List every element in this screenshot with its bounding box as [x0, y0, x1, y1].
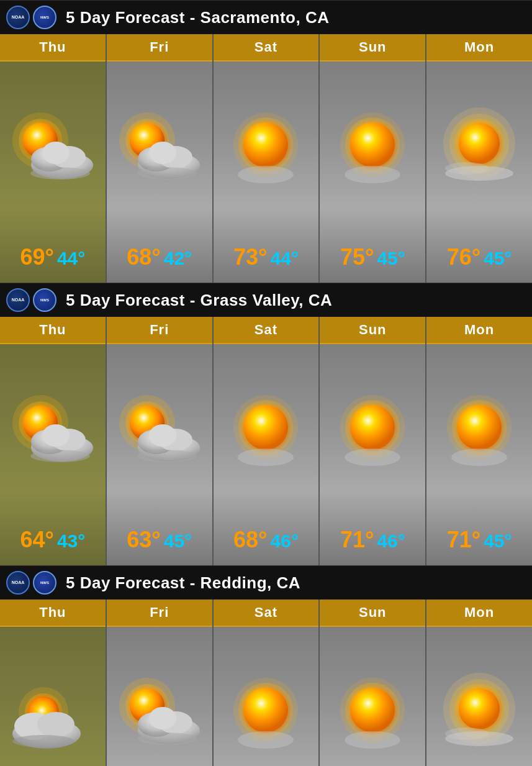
temp-low-1-2: 46°: [271, 531, 299, 552]
day-col-1-4: Mon 71° 45°: [426, 317, 532, 565]
svg-point-45: [137, 450, 197, 462]
day-col-0-4: Mon 76°: [426, 34, 532, 283]
svg-point-52: [350, 405, 395, 450]
weather-icon-0-1: [107, 62, 212, 238]
day-col-0-0: Thu: [0, 34, 107, 283]
day-col-2-3: Sun 84° 49°: [320, 600, 426, 766]
weather-icon-2-4: [426, 627, 532, 766]
temp-row-0-0: 69° 44°: [0, 238, 106, 283]
weather-icon-1-4: [426, 344, 532, 521]
temp-high-0-4: 76°: [447, 244, 480, 270]
svg-point-48: [243, 405, 288, 450]
day-col-1-3: Sun 71° 46°: [320, 317, 426, 565]
weather-app: NOAA NWS 5 Day Forecast - Sacramento, CA…: [0, 0, 532, 766]
day-col-0-3: Sun 75° 45°: [320, 34, 426, 283]
day-label-0-4: Mon: [426, 34, 532, 62]
day-label-1-1: Fri: [107, 317, 212, 344]
day-label-2-4: Mon: [426, 600, 532, 627]
day-label-2-2: Sat: [214, 600, 319, 627]
temp-low-0-4: 45°: [484, 248, 512, 269]
svg-point-15: [137, 167, 197, 180]
logos-2: NOAA NWS: [6, 571, 56, 595]
svg-point-80: [345, 731, 400, 749]
temp-row-1-0: 64° 43°: [0, 521, 106, 565]
day-label-2-3: Sun: [320, 600, 425, 627]
day-grid-2: Thu: [0, 600, 532, 766]
day-label-0-2: Sat: [214, 34, 319, 62]
forecast-header-2: NOAA NWS 5 Day Forecast - Redding, CA: [0, 565, 532, 600]
svg-point-64: [12, 735, 74, 747]
day-label-0-1: Fri: [107, 34, 212, 62]
nws-logo-0: NWS: [33, 6, 56, 29]
forecast-title-1: 5 Day Forecast - Grass Valley, CA: [66, 291, 332, 310]
temp-row-0-1: 68° 42°: [107, 238, 212, 283]
weather-icon-0-3: [320, 62, 425, 238]
svg-point-18: [243, 122, 288, 167]
temp-low-1-0: 43°: [57, 531, 85, 552]
svg-point-79: [350, 688, 395, 732]
day-label-2-0: Thu: [0, 600, 106, 627]
day-col-2-2: Sat 79° 49°: [214, 600, 320, 766]
weather-icon-2-1: [107, 627, 212, 766]
temp-low-1-3: 46°: [377, 531, 405, 552]
noaa-logo-2: NOAA: [6, 571, 30, 595]
day-label-1-2: Sat: [214, 317, 319, 344]
weather-icon-1-3: [320, 344, 425, 521]
weather-icon-1-2: [214, 344, 319, 521]
weather-icon-0-4: [426, 62, 532, 238]
temp-row-0-3: 75° 45°: [320, 238, 425, 283]
temp-high-0-3: 75°: [340, 244, 374, 270]
svg-point-72: [137, 732, 197, 745]
forecast-title-0: 5 Day Forecast - Sacramento, CA: [66, 8, 329, 27]
day-col-2-0: Thu: [0, 600, 107, 766]
temp-high-1-0: 64°: [20, 527, 53, 553]
svg-point-49: [238, 449, 294, 466]
weather-icon-1-1: [107, 344, 212, 521]
day-col-2-1: Fri: [107, 600, 214, 766]
temp-high-1-2: 68°: [233, 527, 267, 553]
temp-row-1-2: 68° 46°: [214, 521, 319, 565]
forecast-header-1: NOAA NWS 5 Day Forecast - Grass Valley, …: [0, 283, 532, 317]
svg-point-7: [30, 167, 90, 180]
weather-icon-2-3: [320, 627, 425, 766]
weather-icon-2-0: [0, 627, 106, 766]
weather-icon-2-2: [214, 627, 319, 766]
temp-row-1-3: 71° 46°: [320, 521, 425, 565]
svg-point-44: [149, 424, 176, 447]
svg-point-19: [238, 166, 294, 183]
svg-point-63: [37, 712, 74, 737]
svg-point-22: [350, 122, 395, 167]
temp-low-1-1: 45°: [164, 531, 192, 552]
svg-point-37: [30, 450, 90, 462]
weather-icon-1-0: [0, 344, 106, 521]
day-label-2-1: Fri: [107, 600, 212, 627]
svg-point-56: [457, 405, 502, 450]
svg-point-57: [451, 449, 507, 466]
logos-1: NOAA NWS: [6, 288, 56, 312]
temp-low-1-4: 45°: [484, 531, 512, 552]
day-col-2-4: Mon 80°: [426, 600, 532, 766]
logos-0: NOAA NWS: [6, 6, 56, 29]
noaa-logo-1: NOAA: [6, 288, 30, 312]
svg-point-71: [149, 707, 176, 729]
temp-row-1-1: 63° 45°: [107, 521, 212, 565]
day-col-0-1: Fri: [107, 34, 214, 283]
svg-point-23: [345, 166, 400, 183]
temp-high-0-1: 68°: [127, 244, 160, 270]
temp-high-0-2: 73°: [233, 244, 267, 270]
svg-point-36: [42, 424, 70, 447]
temp-high-1-1: 63°: [127, 527, 160, 553]
nws-logo-2: NWS: [33, 571, 56, 595]
noaa-logo-0: NOAA: [6, 6, 30, 29]
day-label-1-4: Mon: [426, 317, 532, 344]
weather-icon-0-0: [0, 62, 106, 238]
day-label-0-3: Sun: [320, 34, 425, 62]
temp-low-0-3: 45°: [377, 248, 405, 269]
temp-row-1-4: 71° 45°: [426, 521, 532, 565]
temp-high-1-3: 71°: [340, 527, 374, 553]
day-label-1-3: Sun: [320, 317, 425, 344]
svg-point-29: [445, 162, 489, 175]
svg-point-6: [42, 142, 70, 164]
forecast-header-0: NOAA NWS 5 Day Forecast - Sacramento, CA: [0, 0, 532, 34]
temp-row-0-2: 73° 44°: [214, 238, 319, 283]
